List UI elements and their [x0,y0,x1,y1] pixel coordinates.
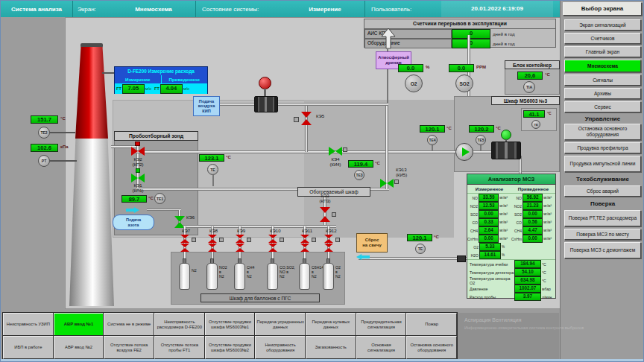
sidebar-item-alarms-screen[interactable]: Экран сигнализаций [564,19,641,31]
ke11-label: КЭ11 [302,229,323,234]
probe-temp: 89.7 [121,195,147,203]
valve-ke4[interactable] [329,147,342,156]
ke4-label: КЭ4 (КИ4) [323,157,348,168]
ke5-label: КЭ5 [316,114,334,119]
screen-value: Мнемосхема [112,6,195,13]
stack-temp-readout: 151.7 [31,115,58,124]
status-cell: ИБП в работе [3,336,54,359]
flow-unit1: м/с [145,86,151,91]
flow-panel-header: D-FE200 Измерение расхода [115,67,207,75]
bottle-label: CH4 в N2 [247,266,265,279]
analyzer-aux-row: O25.33% [467,243,555,251]
line-temp-119-unit: °C [375,161,380,165]
flow-measure-panel: D-FE200 Измерение расхода Измерение Прив… [114,66,208,94]
analyzer-panel: Анализатор МСЗ Измеренное Приведенное NO… [467,174,556,299]
valve-ke13[interactable] [380,179,394,188]
sample-conditioner-device[interactable] [491,142,521,159]
gas-bottle [179,263,190,290]
o2-gauge-tag[interactable]: O2 [405,74,423,92]
stack-press-readout: 102.6 [31,144,58,152]
sidebar-item-mnemoscheme[interactable]: Мнемосхема [564,60,641,72]
status-cell: Передача нулевых данных [306,313,356,336]
counter-unit: дней в год [493,41,515,46]
verify-ms3-onsite-button[interactable]: Поверка МСЗ по месту [564,229,641,240]
tia-tag[interactable]: TIA [523,81,535,93]
leader-line [50,132,75,133]
line-temp-120b: 120.2 [469,125,494,133]
leader-line [50,160,77,162]
ke1-indicator [136,168,140,173]
up-arrow-icon [379,28,397,50]
line-temp-123-unit: °C [226,155,231,159]
verify-flowmeter-button[interactable]: Поверка РТ,ТЕ2 расходомера [564,210,641,226]
valve-ke1[interactable] [131,174,145,182]
valve-ke7b[interactable] [180,244,189,252]
vent-line [359,257,467,260]
valve-ke11b[interactable] [300,244,309,252]
valve-ke3[interactable] [320,207,330,222]
valve-ke10b[interactable] [268,244,277,252]
sidebar-item-signals[interactable]: Сигналы [564,74,641,86]
verify-ms3-removal-button[interactable]: Поверка МСЗ с демонтажем [564,242,641,258]
valve-ke10[interactable] [268,235,277,243]
counter-value: 0 [452,29,490,39]
stop-equipment-button[interactable]: Остановка основного оборудования [564,124,641,140]
status-cell: Основная сигнализация [356,336,407,359]
ft-tag: FT [116,86,121,91]
status-cell-active: АВР ввод №1 [54,313,104,336]
valve-ke12b[interactable] [324,244,333,252]
pt-tag[interactable]: PT [38,155,50,167]
valve-ke7[interactable] [180,235,189,243]
valve-ke8[interactable] [208,235,217,243]
container-temp: 20,6 [517,72,543,80]
screen-select-button[interactable]: Выбор экрана [563,2,642,16]
flow-sensor-device[interactable] [254,96,278,112]
valve-ke11[interactable] [300,235,309,243]
line-temp-120a-unit: °C [446,126,452,130]
ke10-label: КЭ10 [270,229,291,234]
te2-tag[interactable]: TE2 [38,127,50,139]
gas-bottle [299,263,310,290]
probe-temp-unit: °C [148,196,154,200]
analyzer-row: CO0.33мг/м³ CO0.56мг/м³ [467,218,555,226]
status-cell: Передача усредненных данных [255,313,306,336]
sidebar-item-archives[interactable]: Архивы [564,88,641,99]
stack-red-section [75,47,108,139]
te1-tag[interactable]: TE1 [154,193,165,204]
sidebar-item-service[interactable]: Сервис [564,101,641,112]
purge-impulse-line-button[interactable]: Продувка импульсной линии [564,156,641,172]
vent-temp: 120.1 [407,234,432,241]
purge-prefilter-button[interactable]: Продувка префильтра [564,142,641,153]
reset-alarms-button[interactable]: Сброс аварий [564,185,641,197]
cabinet-te-tag[interactable]: TE [531,120,540,129]
status-cell: Неисправность расходомера D-FE200 [154,313,205,336]
te-tag-123[interactable]: TE [207,164,218,175]
status-cell: Неисправность УЗИП [3,313,54,336]
analyzer-row: CnHm0.00мг/м³ CnHm0.00мг/м³ [467,235,555,243]
status-cell: Отсутствие продувки шкафа MS6003№2 [205,336,256,359]
valve-ke2[interactable] [131,147,145,156]
analyzer-aux-row: H2O14.61% [467,251,555,260]
te5-tag[interactable]: TE5 [476,135,486,145]
valve-ke9b[interactable] [236,244,244,252]
valve-ke8b[interactable] [208,244,217,252]
te4-tag[interactable]: TE4 [427,135,438,145]
valve-ke12[interactable] [324,235,333,243]
tag-stem [480,145,482,151]
ke1-label: КЭ1 (КП1) [126,183,150,194]
nitrogen-supply-button[interactable]: Подача азота [113,215,154,230]
vent-te-tag[interactable]: TE [415,244,426,254]
sample-line-upper [136,150,460,153]
sidebar-item-counters[interactable]: Счетчиков [564,33,641,44]
ke13-actuator [394,180,399,184]
line-temp-123: 123.1 [199,154,224,162]
so2-gauge-tag[interactable]: SO2 [455,74,473,92]
flow-unit2: м/с [183,86,189,91]
valve-ke5[interactable] [301,112,312,125]
analyzer-row: CH42.64мг/м³ CH44.47мг/м³ [467,226,555,235]
sidebar-item-main-screen[interactable]: Главный экран [564,46,641,57]
te3-tag[interactable]: TE3 [354,170,364,180]
ke9-label: КЭ9 [237,229,256,234]
status-bar: Неисправность УЗИП АВР ввод №1 Система н… [3,313,457,359]
valve-ke9[interactable] [236,235,244,243]
